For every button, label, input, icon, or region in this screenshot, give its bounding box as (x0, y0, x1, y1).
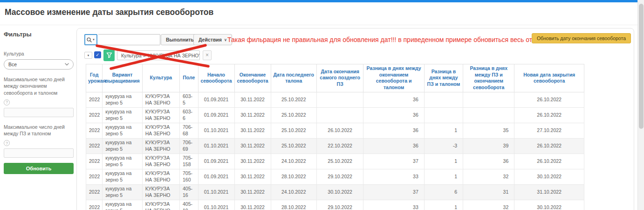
table-cell: 01.10.2021 (198, 184, 234, 200)
apply-filters-button[interactable]: Обновить (4, 163, 74, 174)
table-cell: 29.10.2022 (316, 169, 363, 184)
table-cell: 35 (463, 123, 514, 138)
table-row: 2022кукуруза на зерно 5КУКУРУЗА НА ЗЕРНО… (86, 123, 584, 138)
table-cell: 26.10.2022 (514, 138, 584, 154)
top-accent-bar (0, 0, 637, 2)
table-cell: кукуруза на зерно 5 (103, 200, 143, 210)
table-cell: 705-160 (179, 169, 198, 184)
table-cell: КУКУРУЗА НА ЗЕРНО (142, 200, 179, 210)
table-cell: 36 (363, 107, 424, 123)
table-cell: 01.09.2021 (198, 154, 234, 169)
page-title: Массовое изменение даты закрытия севообо… (5, 7, 213, 17)
table-cell: -3 (424, 138, 463, 154)
table-cell: 31.10.2022 (514, 184, 584, 200)
max-days-talon-label: Максимальное число дней между окончанием… (4, 76, 74, 96)
table-cell: 30.11.2022 (234, 123, 271, 138)
table-cell: 2022 (86, 184, 103, 200)
vertical-scrollbar[interactable] (637, 0, 644, 210)
scrollbar-thumb[interactable] (639, 4, 644, 129)
table-row: 2022кукуруза на зерно 5КУКУРУЗА НА ЗЕРНО… (86, 154, 584, 169)
crop-rotation-table: Год урожаяВариант выращиванияКультураПол… (86, 64, 584, 210)
header-row: Год урожаяВариант выращиванияКультураПол… (86, 64, 584, 92)
table-cell: 6 (424, 184, 463, 200)
table-cell: 24.10.2022 (271, 154, 316, 169)
column-header[interactable]: Разница в днях между ПЗ и талоном (424, 64, 463, 92)
filter-button[interactable] (103, 49, 115, 61)
table-cell: 26.10.2022 (514, 92, 584, 107)
remove-filter-button[interactable]: × (203, 50, 212, 60)
caret-down-icon: ▼ (92, 38, 95, 41)
column-header[interactable]: Год урожая (86, 64, 103, 92)
table-cell: 30.10.2022 (316, 184, 363, 200)
chevron-down-icon (65, 63, 69, 66)
check-icon: ✓ (96, 52, 99, 57)
filters-heading: Фильтры (4, 31, 74, 38)
table-cell: кукуруза на зерно 5 (103, 123, 143, 138)
column-header[interactable]: Окончание севооборота (234, 64, 271, 92)
table-cell: 1 (424, 123, 463, 138)
table-cell: КУКУРУЗА НА ЗЕРНО (142, 169, 179, 184)
column-header[interactable]: Новая дата закрытия севооборота (514, 64, 584, 92)
table-cell: 28.10.2022 (271, 169, 316, 184)
column-header[interactable]: Поле (179, 64, 198, 92)
filter-chip[interactable]: Культура = 'КУКУРУЗА НА ЗЕРНО' (117, 50, 200, 60)
column-header[interactable]: Разница в днях между окончанием севообор… (363, 64, 424, 92)
table-cell: 01.10.2021 (198, 123, 234, 138)
search-options-button[interactable]: ▼ (84, 34, 97, 45)
table-cell: 405-16 (179, 184, 198, 200)
report-search-input[interactable] (98, 34, 160, 45)
filter-enabled-checkbox[interactable]: ✓ (94, 51, 101, 58)
column-header[interactable]: Начало севооборота (198, 64, 234, 92)
table-cell: 30.11.2022 (234, 92, 271, 107)
table-cell: 27.10.2022 (514, 123, 584, 138)
table-cell: 37 (363, 154, 424, 169)
table-cell: 31 (463, 184, 514, 200)
close-icon: × (206, 52, 209, 58)
table-cell: 2022 (86, 169, 103, 184)
max-days-talon-input[interactable] (4, 108, 74, 117)
table-cell: 26.10.2022 (514, 154, 584, 169)
table-cell: 24.10.2022 (271, 184, 316, 200)
update-end-date-button[interactable]: Обновить дату окончания севооборота (532, 33, 631, 43)
table-cell: 01.09.2021 (198, 169, 234, 184)
table-cell: 1 (424, 154, 463, 169)
table-cell: 37 (363, 184, 424, 200)
table-cell: 01.09.2021 (198, 107, 234, 123)
table-cell: 30.11.2022 (234, 138, 271, 154)
table-cell: 2022 (86, 154, 103, 169)
table-cell: кукуруза на зерно 5 (103, 169, 143, 184)
table-cell: 706-68 (179, 123, 198, 138)
chevron-down-icon: ∨ (224, 38, 227, 42)
column-header[interactable]: Разница в днях между ПЗ и окончанием сев… (463, 64, 514, 92)
table-cell (316, 92, 363, 107)
red-note-text: Такая фильрация не правильная для обновл… (227, 36, 542, 43)
table-cell: 25.10.2022 (271, 138, 316, 154)
table-row: 2022кукуруза на зерно 5КУКУРУЗА НА ЗЕРНО… (86, 138, 584, 154)
table-cell (424, 92, 463, 107)
table-row: 2022кукуруза на зерно 5КУКУРУЗА НА ЗЕРНО… (86, 107, 584, 123)
table-cell (463, 92, 514, 107)
table-cell: 36 (363, 138, 424, 154)
column-header[interactable]: Культура (142, 64, 179, 92)
table-cell: 25.10.2022 (271, 107, 316, 123)
table-cell: 33 (363, 169, 424, 184)
report-region: ▼ Выполнить Действия ∨ Такая фильрация н… (76, 28, 634, 210)
culture-label: Культура (4, 50, 74, 57)
column-header[interactable]: Дата окончания самого позднего ПЗ (316, 64, 363, 92)
table-cell: 2022 (86, 92, 103, 107)
table-cell: кукуруза на зерно 5 (103, 154, 143, 169)
column-header[interactable]: Дата последнего талона (271, 64, 316, 92)
table-cell: КУКУРУЗА НА ЗЕРНО (142, 138, 179, 154)
report-view-menu-button[interactable]: ▼ (84, 52, 92, 59)
help-icon[interactable]: ? (4, 140, 10, 146)
table-cell: 29.10.2022 (316, 200, 363, 210)
actions-menu-button[interactable]: Действия ∨ (193, 34, 232, 45)
column-header[interactable]: Вариант выращивания (103, 64, 143, 92)
table-cell: кукуруза на зерно 5 (103, 92, 143, 107)
table-cell: 2022 (86, 123, 103, 138)
help-icon[interactable]: ? (4, 99, 10, 105)
max-days-pz-input[interactable] (4, 148, 74, 158)
culture-select[interactable]: Все (4, 59, 74, 70)
table-cell: 36 (463, 154, 514, 169)
table-cell: 603-6 (179, 107, 198, 123)
